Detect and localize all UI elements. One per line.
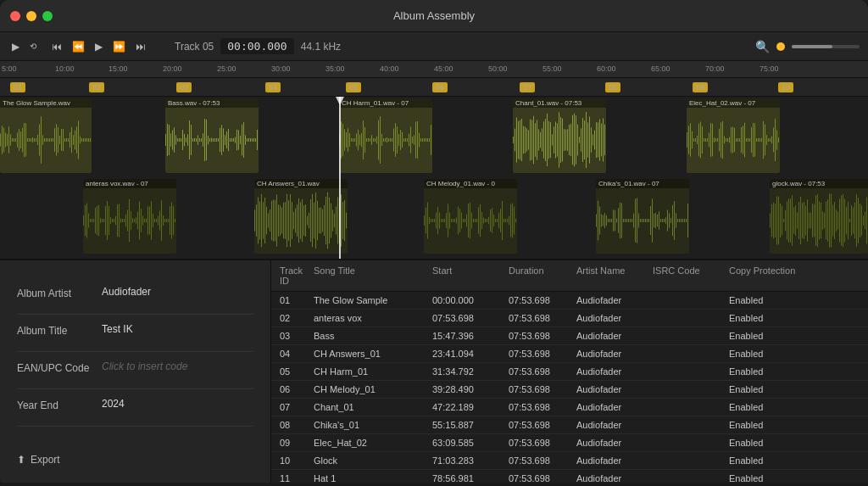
cell-start: 71:03.283 [432,455,509,466]
minimize-button[interactable] [26,11,36,21]
skip-forward-icon[interactable]: ⏭ [132,39,149,54]
cell-start: 47:22.189 [432,402,509,412]
cell-trackid: 11 [280,473,314,483]
track-number-10: 10 [778,82,793,92]
waveform-block-03[interactable]: Bass.wav - 07:53 [165,98,259,173]
cell-title: CH Melody_01 [314,384,432,394]
year-end-value[interactable]: 2024 [102,398,125,410]
prev-frame-icon[interactable]: ⏪ [69,39,88,54]
cell-duration: 07:53.698 [509,473,576,483]
col-header-title: Song Title [314,265,432,286]
play-icon-2[interactable]: ▶ [92,39,106,54]
col-header-start: Start [432,265,509,286]
volume-slider[interactable] [792,45,860,48]
tracklist-row[interactable]: 05 CH Harm_01 31:34.792 07:53.698 Audiof… [271,363,868,381]
track-number-08: 08 [605,82,620,92]
cell-start: 55:15.887 [432,420,509,430]
waveform-block-09[interactable]: Elec_Hat_02.wav - 07 [687,98,780,173]
cell-artist: Audiofader [576,473,653,483]
search-icon[interactable]: 🔍 [755,40,770,53]
col-header-artist: Artist Name [576,265,653,286]
time-display: 00:00.000 [220,38,293,54]
cell-artist: Audiofader [576,349,653,359]
ruler-mark: 30:00 [271,64,291,73]
tracklist-row[interactable]: 09 Elec_Hat_02 63:09.585 07:53.698 Audio… [271,434,868,452]
cell-duration: 07:53.698 [509,295,576,305]
waveform-block-07[interactable]: Chant_01.wav - 07:53 [513,98,606,173]
tracklist-row[interactable]: 06 CH Melody_01 39:28.490 07:53.698 Audi… [271,381,868,399]
tracklist-row[interactable]: 08 Chika's_01 55:15.887 07:53.698 Audiof… [271,416,868,434]
cell-start: 39:28.490 [432,384,509,394]
cell-copy: Enabled [729,455,805,466]
playhead [339,97,341,260]
tracklist-row[interactable]: 04 CH Answers_01 23:41.094 07:53.698 Aud… [271,345,868,363]
waveform-block-08[interactable]: Chika's_01.wav - 07 [596,179,689,254]
tracklist-row[interactable]: 02 anteras vox 07:53.698 07:53.698 Audio… [271,310,868,327]
loop-icon[interactable]: ⟲ [26,40,40,53]
waveform-canvas-10 [770,188,868,253]
close-button[interactable] [10,11,20,21]
cell-copy: Enabled [729,366,805,377]
col-header-trackid: Track ID [280,265,314,286]
cell-trackid: 07 [280,402,314,412]
export-area[interactable]: ⬆ Export [17,445,253,466]
track-number-03: 03 [176,82,192,92]
cell-title: Bass [314,331,432,341]
tracklist-row[interactable]: 10 Glock 71:03.283 07:53.698 Audiofader … [271,452,868,470]
cell-start: 15:47.396 [432,331,509,341]
tracklist-row[interactable]: 07 Chant_01 47:22.189 07:53.698 Audiofad… [271,399,868,416]
track-number-06: 06 [432,82,448,92]
cell-title: CH Harm_01 [314,366,432,377]
ruler-mark: 40:00 [380,64,399,73]
transport-right: 🔍 [755,40,860,53]
cell-duration: 07:53.698 [509,366,576,377]
next-frame-icon[interactable]: ⏩ [109,39,129,54]
export-icon: ⬆ [17,454,25,466]
cell-title: CH Answers_01 [314,349,432,359]
waveform-canvas-08 [596,188,689,253]
cell-duration: 07:53.698 [509,420,576,430]
waveform-block-05[interactable]: CH Harm_01.wav - 07 [339,98,432,173]
track-label: Track 05 [175,41,214,53]
cell-start: 78:56.981 [432,473,509,483]
tracklist-row[interactable]: 01 The Glow Sample 00:00.000 07:53.698 A… [271,292,868,310]
waveform-block-01[interactable]: The Glow Sample.wav [0,98,92,173]
album-artist-value[interactable]: Audiofader [102,286,151,298]
tracklist-row[interactable]: 03 Bass 15:47.396 07:53.698 Audiofader E… [271,327,868,345]
export-button[interactable]: Export [31,454,60,466]
app-title: Album Assembly [393,9,475,22]
cell-artist: Audiofader [576,438,653,448]
ruler-mark: 55:00 [542,64,562,73]
cell-title: Glock [314,455,432,466]
cell-artist: Audiofader [576,295,653,305]
status-indicator [776,42,785,51]
cell-copy: Enabled [729,438,805,448]
track-numbers-row: 01 02 03 04 05 06 07 08 09 10 [0,78,868,97]
skip-back-icon[interactable]: ⏮ [48,39,65,54]
sample-rate: 44.1 kHz [301,41,341,53]
cell-title: Chika's_01 [314,420,432,430]
cell-start: 00:00.000 [432,295,509,305]
cell-trackid: 08 [280,420,314,430]
play-icon[interactable]: ▶ [8,39,23,54]
album-title-value[interactable]: Test IK [102,323,133,335]
tracklist-row[interactable]: 11 Hat 1 78:56.981 07:53.698 Audiofader … [271,470,868,483]
waveform-block-04[interactable]: CH Answers_01.wav [254,179,348,254]
waveform-canvas-09 [687,108,780,172]
waveform-block-10[interactable]: glock.wav - 07:53 [770,179,868,254]
cell-copy: Enabled [729,420,805,430]
waveform-block-02[interactable]: anteras vox.wav - 07 [83,179,176,254]
playback-controls: ▶ ⟲ [8,39,40,54]
ruler-mark: 25:00 [217,64,236,73]
cell-duration: 07:53.698 [509,313,576,323]
cell-title: Elec_Hat_02 [314,438,432,448]
cell-start: 63:09.585 [432,438,509,448]
cell-artist: Audiofader [576,313,653,323]
waveform-canvas-06 [424,188,517,253]
waveform-block-06[interactable]: CH Melody_01.wav - 0 [424,179,517,254]
ean-value[interactable]: Click to insert code [102,360,187,372]
maximize-button[interactable] [42,11,53,21]
cell-trackid: 03 [280,331,314,341]
ruler-mark: 50:00 [488,64,508,73]
cell-trackid: 10 [280,455,314,466]
